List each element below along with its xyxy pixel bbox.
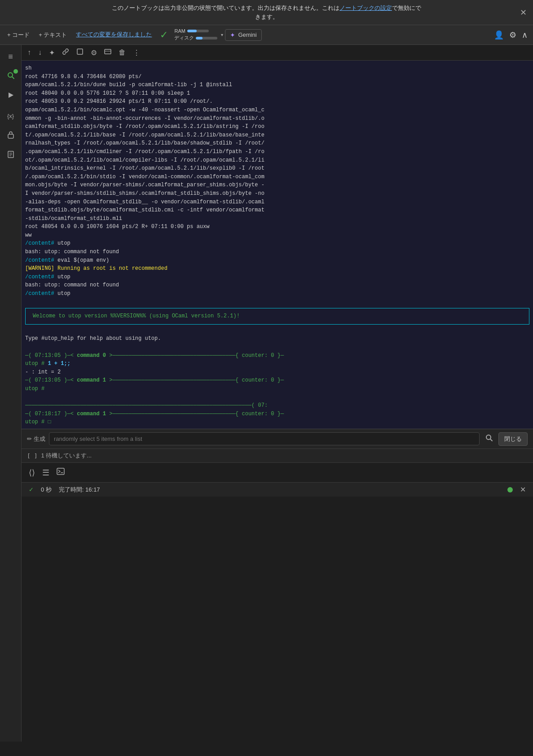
output-button[interactable] [102,47,114,58]
connection-indicator [507,487,513,492]
gemini-icon: ✦ [230,31,235,39]
terminal-view-button[interactable] [55,466,66,479]
disk-progress-bar [196,37,217,40]
cell-bracket: [ ] [27,453,37,459]
notification-text2: で無効にで [392,4,421,11]
terminal-output-container[interactable]: sh root 47716 9.8 0.4 736484 62080 pts/ … [22,61,533,429]
toolbar-left: + コード + テキスト [4,29,70,41]
secrets-icon [7,131,14,141]
status-cell: [ ] 1 待機しています... [22,448,533,462]
run-icon [7,91,15,101]
ai-input-field[interactable] [49,432,480,445]
terminal-output: sh root 47716 9.8 0.4 736484 62080 pts/ … [22,61,533,429]
run-checkmark-button[interactable]: ✓ [157,29,171,41]
status-time: 0 秒 [41,486,52,494]
list-view-button[interactable]: ☰ [40,466,51,479]
svg-line-9 [490,439,492,441]
settings-icon-button[interactable]: ⚙ [507,28,518,42]
ram-progress-bar [187,30,209,32]
notebook-settings-link[interactable]: ノートブックの設定 [339,4,392,11]
ai-close-button[interactable]: 閉じる [498,432,528,446]
menu-icon: ≡ [8,52,13,62]
gemini-label: Gemini [238,31,256,38]
link-button[interactable] [60,47,71,58]
ram-disk-widget: RAM ディスク [172,28,219,41]
sidebar: ≡ {x} [0,45,22,742]
status-bar: ✓ 0 秒 完了時間: 16:17 ✕ [22,482,533,497]
ai-assist-button[interactable]: ✦ [47,47,57,58]
svg-line-1 [12,77,14,79]
variables-icon: {x} [7,113,14,119]
add-code-button[interactable]: + コード [4,29,33,41]
ai-label-text: 生成 [34,435,45,443]
user-icon-button[interactable]: 👤 [492,28,506,42]
ai-generation-bar: ✏ 生成 閉じる [22,429,533,448]
status-close-button[interactable]: ✕ [520,485,526,494]
settings-cell-button[interactable]: ⚙ [88,47,99,58]
collapse-icon-button[interactable]: ∧ [520,28,529,42]
code-view-button[interactable]: ⟨⟩ [27,466,37,479]
sidebar-item-run[interactable] [3,88,19,104]
ram-label: RAM [174,28,185,34]
status-cell-text: 1 待機しています... [41,452,92,460]
sidebar-item-variables[interactable]: {x} [3,108,19,124]
add-text-button[interactable]: + テキスト [35,29,70,41]
gemini-button[interactable]: ✦ Gemini [225,29,261,41]
svg-marker-2 [9,92,13,98]
svg-rect-6 [105,49,111,54]
status-completed: 完了時間: 16:17 [59,486,100,494]
main-layout: ≡ {x} [0,45,533,742]
sidebar-item-menu[interactable]: ≡ [3,48,19,65]
sidebar-item-files[interactable] [3,147,19,163]
bottom-toolbar: ⟨⟩ ☰ [22,462,533,482]
delete-button[interactable]: 🗑 [116,47,128,58]
files-icon [7,150,14,161]
move-down-button[interactable]: ↓ [36,47,44,58]
sidebar-item-secrets[interactable] [3,127,19,144]
svg-rect-3 [8,134,13,138]
expand-button[interactable] [74,47,86,58]
cell-area: ↑ ↓ ✦ ⚙ 🗑 ⋮ [22,45,533,742]
ram-dropdown-arrow[interactable]: ▾ [221,32,223,37]
disk-row: ディスク [174,35,217,41]
toolbar-right: 👤 ⚙ ∧ [492,28,529,42]
notification-bar: このノートブックは出力非公開の状態で開いています。出力は保存されません。これはノ… [0,0,533,25]
svg-rect-5 [77,49,83,54]
main-toolbar: + コード + テキスト すべての変更を保存しました ✓ RAM ディスク ▾ … [0,25,533,45]
cell-toolbar: ↑ ↓ ✦ ⚙ 🗑 ⋮ [22,45,533,61]
ai-bar-label: ✏ 生成 [27,435,45,443]
ai-search-button[interactable] [483,432,495,446]
disk-progress-fill [196,37,202,40]
disk-label: ディスク [174,35,194,41]
notification-close-button[interactable]: ✕ [520,6,527,18]
wand-icon: ✏ [27,435,32,442]
save-changes-label[interactable]: すべての変更を保存しました [72,31,155,39]
ram-row: RAM [174,28,208,34]
svg-rect-10 [57,468,64,475]
ram-progress-fill [187,30,197,32]
sidebar-item-search[interactable] [3,68,19,84]
notification-text: このノートブックは出力非公開の状態で開いています。出力は保存されません。これは [112,4,339,11]
search-badge [13,69,18,74]
notification-text3: きます。 [255,13,278,20]
more-button[interactable]: ⋮ [131,47,142,58]
status-checkmark: ✓ [29,486,34,493]
move-up-button[interactable]: ↑ [25,47,33,58]
search-icon [7,71,15,82]
